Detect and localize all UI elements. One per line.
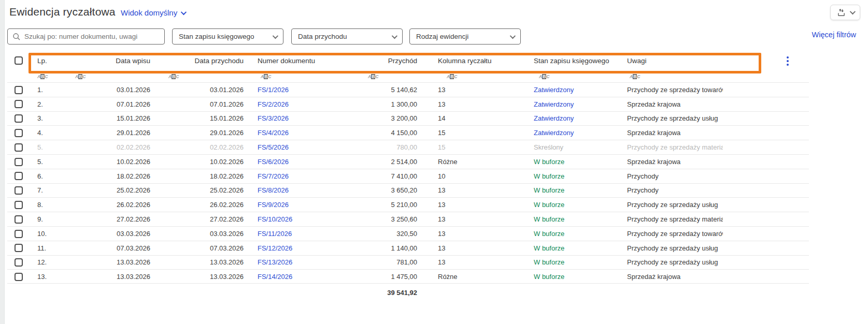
- abc-column-filter-icon[interactable]: ABC: [447, 74, 457, 79]
- column-header-income[interactable]: Przychód: [335, 57, 417, 65]
- status-badge[interactable]: Zatwierdzony: [534, 114, 574, 122]
- view-selector[interactable]: Widok domyślny: [121, 8, 185, 17]
- document-link[interactable]: FS/12/2026: [258, 244, 292, 252]
- column-header-entry-date[interactable]: Data wpisu: [75, 57, 150, 65]
- status-badge[interactable]: W buforze: [534, 172, 564, 180]
- column-header-notes[interactable]: Uwagi: [624, 57, 723, 65]
- left-edge-strip: [0, 0, 5, 324]
- row-checkbox[interactable]: [15, 215, 23, 224]
- status-badge[interactable]: W buforze: [534, 273, 564, 281]
- table-row[interactable]: 4. 29.01.2026 29.01.2026 FS/4/2026 4 150…: [7, 125, 809, 140]
- cell-lp: 12.: [37, 258, 75, 266]
- table-row[interactable]: 7. 25.02.2026 25.02.2026 FS/8/2026 3 650…: [7, 183, 809, 198]
- row-checkbox[interactable]: [15, 129, 23, 137]
- grid-header-row: Lp. Data wpisu Data przychodu Numer doku…: [7, 48, 809, 73]
- cell-income-date: 02.02.2026: [150, 143, 244, 151]
- cell-income: 5 140,62: [335, 86, 417, 94]
- status-badge[interactable]: W buforze: [534, 230, 564, 238]
- column-header-ryczalt-column[interactable]: Kolumna ryczałtu: [417, 57, 531, 65]
- document-link[interactable]: FS/7/2026: [258, 172, 289, 180]
- cell-entry-date: 29.01.2026: [75, 129, 150, 137]
- cell-lp: 6.: [37, 172, 75, 180]
- table-row[interactable]: 9. 27.02.2026 27.02.2026 FS/10/2026 3 25…: [7, 212, 809, 226]
- row-checkbox[interactable]: [15, 172, 23, 180]
- grid-menu-kebab-icon[interactable]: [782, 55, 793, 67]
- document-link[interactable]: FS/5/2026: [258, 143, 289, 151]
- cell-entry-date: 03.03.2026: [75, 230, 150, 238]
- select-all-checkbox[interactable]: [15, 56, 23, 65]
- document-link[interactable]: FS/1/2026: [258, 86, 289, 94]
- cell-notes: Sprzedaż krajowa: [624, 158, 723, 166]
- row-checkbox[interactable]: [15, 143, 23, 152]
- table-row[interactable]: 1. 03.01.2026 03.01.2026 FS/1/2026 5 140…: [7, 82, 809, 97]
- cell-income: 1 475,00: [335, 273, 417, 281]
- abc-column-filter-icon[interactable]: ABC: [37, 74, 48, 79]
- row-checkbox[interactable]: [15, 86, 23, 94]
- export-button[interactable]: [830, 5, 860, 20]
- document-link[interactable]: FS/10/2026: [258, 215, 292, 223]
- row-checkbox[interactable]: [15, 244, 23, 252]
- table-row[interactable]: 8. 26.02.2026 26.02.2026 FS/9/2026 5 210…: [7, 197, 809, 212]
- table-row[interactable]: 12. 13.03.2026 13.03.2026 FS/13/2026 781…: [7, 255, 809, 270]
- row-checkbox[interactable]: [15, 258, 23, 267]
- search-box[interactable]: [7, 28, 165, 45]
- abc-column-filter-icon[interactable]: ABC: [630, 74, 640, 79]
- status-badge[interactable]: W buforze: [534, 244, 564, 252]
- cell-income-date: 03.03.2026: [150, 230, 244, 238]
- cell-lp: 1.: [37, 86, 75, 94]
- table-row[interactable]: 3. 15.01.2026 15.01.2026 FS/3/2026 3 200…: [7, 111, 809, 126]
- status-badge[interactable]: W buforze: [534, 158, 564, 166]
- abc-column-filter-icon[interactable]: ABC: [168, 74, 179, 79]
- row-checkbox[interactable]: [15, 100, 23, 108]
- cell-notes: Przychody: [624, 186, 723, 194]
- status-badge[interactable]: Skreślony: [534, 143, 563, 151]
- column-header-document[interactable]: Numer dokumentu: [244, 57, 335, 65]
- row-checkbox[interactable]: [15, 186, 23, 195]
- row-checkbox[interactable]: [15, 114, 23, 123]
- table-row[interactable]: 5. 02.02.2026 02.02.2026 FS/5/2026 780,0…: [7, 140, 809, 154]
- table-row[interactable]: 6. 18.02.2026 18.02.2026 FS/7/2026 7 410…: [7, 169, 809, 183]
- filter-dropdown-income-date[interactable]: Data przychodu: [291, 28, 403, 45]
- row-checkbox[interactable]: [15, 201, 23, 209]
- document-link[interactable]: FS/4/2026: [258, 129, 289, 137]
- document-link[interactable]: FS/14/2026: [258, 273, 292, 281]
- cell-income: 4 150,00: [335, 129, 417, 137]
- document-link[interactable]: FS/6/2026: [258, 158, 289, 166]
- cell-lp: 5.: [37, 158, 75, 166]
- status-badge[interactable]: Zatwierdzony: [534, 129, 574, 137]
- status-badge[interactable]: Zatwierdzony: [534, 100, 574, 108]
- abc-column-filter-icon[interactable]: ABC: [261, 74, 271, 79]
- document-link[interactable]: FS/9/2026: [258, 201, 289, 209]
- column-header-status[interactable]: Stan zapisu księgowego: [531, 57, 624, 65]
- table-row[interactable]: 11. 07.03.2026 07.03.2026 FS/12/2026 1 1…: [7, 241, 809, 255]
- status-badge[interactable]: W buforze: [534, 186, 564, 194]
- table-row[interactable]: 13. 13.03.2026 13.03.2026 FS/14/2026 1 4…: [7, 269, 809, 284]
- document-link[interactable]: FS/11/2026: [258, 230, 292, 238]
- document-link[interactable]: FS/13/2026: [258, 258, 292, 266]
- row-checkbox[interactable]: [15, 273, 23, 281]
- table-row[interactable]: 2. 07.01.2026 07.01.2026 FS/2/2026 1 300…: [7, 97, 809, 111]
- status-badge[interactable]: W buforze: [534, 201, 564, 209]
- column-header-income-date[interactable]: Data przychodu: [150, 57, 244, 65]
- abc-column-filter-icon[interactable]: ABC: [75, 74, 86, 79]
- filter-dropdown-status[interactable]: Stan zapisu księgowego: [172, 28, 283, 45]
- cell-income-date: 13.03.2026: [150, 273, 244, 281]
- column-header-lp[interactable]: Lp.: [37, 57, 75, 65]
- status-badge[interactable]: W buforze: [534, 258, 564, 266]
- abc-column-filter-icon[interactable]: ABC: [368, 74, 378, 79]
- status-badge[interactable]: W buforze: [534, 215, 564, 223]
- row-checkbox[interactable]: [15, 158, 23, 166]
- table-row[interactable]: 10. 03.03.2026 03.03.2026 FS/11/2026 320…: [7, 226, 809, 241]
- abc-column-filter-icon[interactable]: ABC: [539, 74, 549, 79]
- status-badge[interactable]: Zatwierdzony: [534, 86, 574, 94]
- document-link[interactable]: FS/8/2026: [258, 186, 289, 194]
- row-checkbox[interactable]: [15, 230, 23, 238]
- page: Ewidencja ryczałtowa Widok domyślny Stan…: [5, 0, 868, 324]
- document-link[interactable]: FS/2/2026: [258, 100, 289, 108]
- search-input[interactable]: [24, 33, 160, 40]
- more-filters-link[interactable]: Więcej filtrów: [812, 31, 856, 39]
- table-row[interactable]: 5. 10.02.2026 10.02.2026 FS/6/2026 2 514…: [7, 154, 809, 169]
- cell-income: 781,00: [335, 258, 417, 266]
- filter-dropdown-record-type[interactable]: Rodzaj ewidencji: [409, 28, 521, 45]
- document-link[interactable]: FS/3/2026: [258, 114, 289, 122]
